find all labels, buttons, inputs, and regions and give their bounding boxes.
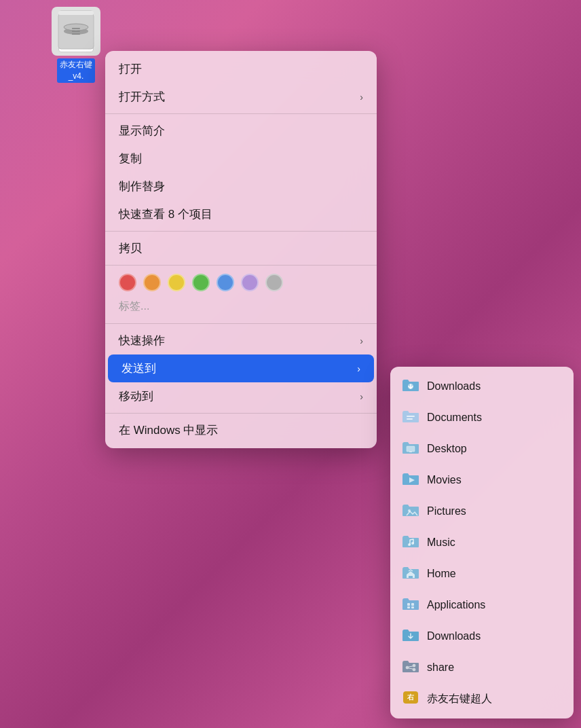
submenu-item-share[interactable]: share	[390, 652, 574, 683]
menu-divider-3	[105, 265, 377, 266]
folder-icon-music	[401, 533, 420, 552]
folder-icon-pictures	[401, 502, 420, 521]
svg-point-13	[411, 542, 414, 545]
folder-icon-desktop	[401, 439, 420, 458]
submenu-item-downloads1[interactable]: Downloads	[390, 371, 574, 402]
menu-divider-1	[105, 113, 377, 114]
menu-item-open-with[interactable]: 打开方式 ›	[105, 83, 377, 111]
chevron-right-icon-3: ›	[357, 363, 360, 374]
submenu-item-movies[interactable]: Movies	[390, 465, 574, 496]
svg-point-20	[413, 668, 415, 671]
chevron-right-icon-4: ›	[360, 391, 363, 402]
menu-divider-5	[105, 413, 377, 414]
desktop-icon-image	[52, 7, 100, 56]
color-dot-red[interactable]	[119, 274, 136, 291]
svg-rect-6	[407, 416, 415, 417]
svg-point-12	[408, 543, 411, 546]
menu-item-move-to[interactable]: 移动到 ›	[105, 382, 377, 410]
menu-item-quick-look[interactable]: 快速查看 8 个项目	[105, 200, 377, 228]
desktop-icon: 赤友右键 _v4.	[42, 7, 110, 83]
color-dot-purple[interactable]	[241, 274, 259, 291]
menu-item-make-alias[interactable]: 制作替身	[105, 172, 377, 200]
color-dot-yellow[interactable]	[168, 274, 185, 291]
svg-rect-9	[409, 452, 412, 452]
menu-item-open[interactable]: 打开	[105, 55, 377, 83]
menu-divider-2	[105, 231, 377, 232]
submenu-item-right-click-app[interactable]: 右 赤友右键超人	[390, 683, 574, 714]
desktop-icon-label: 赤友右键 _v4.	[57, 58, 95, 83]
submenu-send-to: Downloads Documents Desktop	[390, 367, 574, 718]
menu-item-quick-actions[interactable]: 快速操作 ›	[105, 327, 377, 354]
tag-label: 标签...	[105, 297, 377, 321]
folder-icon-documents	[401, 408, 420, 427]
svg-text:右: 右	[407, 693, 415, 701]
color-dot-orange[interactable]	[143, 274, 161, 291]
app-icon-right-click: 右	[401, 689, 420, 708]
submenu-item-pictures[interactable]: Pictures	[390, 496, 574, 527]
submenu-item-downloads2[interactable]: Downloads	[390, 621, 574, 652]
submenu-item-desktop[interactable]: Desktop	[390, 433, 574, 465]
color-tag-row	[105, 268, 377, 297]
color-dot-green[interactable]	[192, 274, 210, 291]
menu-item-show-windows[interactable]: 在 Windows 中显示	[105, 416, 377, 444]
submenu-item-music[interactable]: Music	[390, 527, 574, 558]
submenu-item-home[interactable]: Home	[390, 558, 574, 589]
chevron-right-icon-2: ›	[360, 335, 363, 346]
svg-rect-17	[411, 606, 414, 608]
svg-rect-8	[407, 446, 415, 452]
chevron-right-icon: ›	[360, 92, 363, 103]
svg-rect-15	[411, 603, 414, 606]
svg-rect-7	[407, 418, 413, 420]
folder-icon-movies	[401, 471, 420, 490]
menu-item-send-to[interactable]: 发送到 ›	[108, 354, 374, 382]
color-dot-blue[interactable]	[217, 274, 234, 291]
svg-rect-16	[407, 606, 410, 608]
menu-item-show-info[interactable]: 显示简介	[105, 117, 377, 145]
submenu-item-applications[interactable]: Applications	[390, 589, 574, 621]
svg-point-19	[413, 664, 415, 667]
svg-point-18	[406, 666, 409, 669]
svg-rect-4	[58, 11, 94, 15]
folder-icon-downloads2	[401, 627, 420, 646]
folder-icon-applications	[401, 596, 420, 615]
folder-icon-downloads1	[401, 377, 420, 396]
menu-item-copy[interactable]: 复制	[105, 145, 377, 172]
menu-divider-4	[105, 323, 377, 324]
menu-item-paste[interactable]: 拷贝	[105, 234, 377, 262]
svg-rect-14	[407, 603, 410, 606]
context-menu: 打开 打开方式 › 显示简介 复制 制作替身 快速查看 8 个项目 拷贝 标签.…	[105, 51, 377, 448]
submenu-item-documents[interactable]: Documents	[390, 402, 574, 433]
svg-rect-0	[58, 14, 94, 49]
folder-icon-share	[401, 658, 420, 677]
color-dot-gray[interactable]	[265, 274, 283, 291]
folder-icon-home	[401, 564, 420, 583]
